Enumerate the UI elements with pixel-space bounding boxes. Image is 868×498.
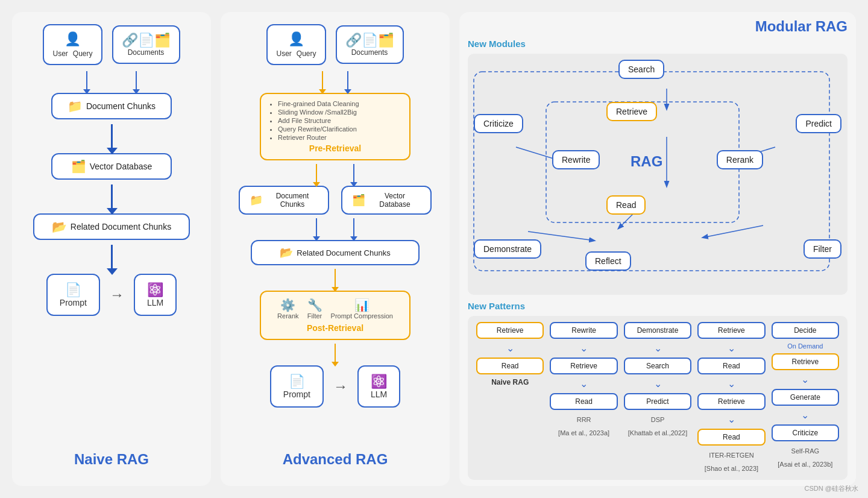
adv-arrow-blue-1 <box>347 71 348 89</box>
filter-label: Filter <box>307 312 322 320</box>
pattern-dsp-demonstrate: Demonstrate <box>624 322 691 339</box>
pattern-naive-retrieve: Retrieve <box>476 322 544 339</box>
pattern-iter: Retrieve ⌄ Read ⌄ Retrieve ⌄ Read ITER-R… <box>697 322 765 474</box>
pattern-rrr-read: Read <box>550 393 617 410</box>
search-node: Search <box>618 60 664 79</box>
pattern-selfrag-ondemand: On Demand <box>787 342 823 350</box>
adv-arrow-orange-2 <box>316 164 317 182</box>
advanced-flow: 👤 User Query 🔗📄🗂️ Documents <box>233 24 438 451</box>
pre-retrieval-item-1: Fine-grained Data Cleaning <box>278 100 401 107</box>
advanced-documents-label: Documents <box>345 48 394 57</box>
naive-doc-chunks-label: Document Chunks <box>86 101 156 111</box>
naive-prompt-box: 📄 Prompt <box>46 274 100 316</box>
pattern-rrr-label: RRR <box>577 416 591 423</box>
adv-llm-box: ⚛️ LLM <box>357 365 400 408</box>
naive-user-label: User <box>52 49 68 58</box>
naive-arrow-4 <box>111 245 113 269</box>
pre-retrieval-item-4: Query Rewrite/Clarification <box>278 125 401 133</box>
adv-vector-db: 🗂️ Vector Database <box>341 186 432 215</box>
compression-icon: 📊 <box>331 298 393 312</box>
pattern-naive-read: Read <box>476 358 544 374</box>
pattern-naive-label: Naive RAG <box>491 378 529 386</box>
patterns-area: Retrieve ⌄ Read Naive RAG Rewrite ⌄ Retr… <box>468 316 848 480</box>
pattern-dsp-arrow1: ⌄ <box>654 342 662 354</box>
pattern-iter-label: ITER-RETGEN <box>709 452 754 459</box>
pattern-dsp-arrow2: ⌄ <box>654 378 662 389</box>
adv-arrow-right: → <box>333 378 348 395</box>
new-modules-title: New Modules <box>468 39 848 49</box>
naive-rag-panel: 👤 User Query 🔗📄🗂️ Documents 📁 <box>12 12 211 486</box>
pre-retrieval-label: Pre-Retrieval <box>269 143 401 153</box>
pattern-selfrag-decide: Decide <box>772 322 839 339</box>
pattern-rrr-retrieve: Retrieve <box>550 358 617 374</box>
modules-area: Search Criticize Predict Retrieve Rewrit… <box>468 54 848 295</box>
adv-related-chunks-label: Related Document Chunks <box>297 248 390 257</box>
adv-arrow-3a <box>316 218 317 236</box>
pattern-iter-retrieve2: Retrieve <box>697 393 765 410</box>
documents-icons: 🔗📄🗂️ <box>122 33 171 48</box>
pre-retrieval-box: Fine-grained Data Cleaning Sliding Windo… <box>260 93 410 160</box>
svg-line-8 <box>528 232 594 241</box>
llm-icon: ⚛️ <box>147 282 163 298</box>
pattern-rrr: Rewrite ⌄ Retrieve ⌄ Read RRR [Ma et al.… <box>550 322 617 474</box>
rerank-node: Rerank <box>717 150 763 169</box>
adv-documents-icons: 🔗📄🗂️ <box>345 33 394 48</box>
rag-center: RAG <box>631 153 662 170</box>
pattern-selfrag-generate: Generate <box>772 389 839 406</box>
retrieve-node: Retrieve <box>606 102 657 121</box>
pattern-iter-arrow1: ⌄ <box>728 342 735 354</box>
pattern-rrr-cite: [Ma et al., 2023a] <box>558 429 609 437</box>
reflect-node: Reflect <box>585 251 631 271</box>
advanced-rag-panel: 👤 User Query 🔗📄🗂️ Documents <box>221 12 450 486</box>
predict-node: Predict <box>796 114 841 133</box>
filter-item: 🔧 Filter <box>307 298 322 320</box>
adv-arrow-blue-2 <box>353 164 354 182</box>
filter-icon: 🔧 <box>307 298 322 312</box>
modular-content: Modular RAG New Modules <box>459 12 856 486</box>
pattern-selfrag-arrow1: ⌄ <box>801 374 809 385</box>
adv-folder-icon: 📁 <box>250 194 263 207</box>
pattern-selfrag-criticize: Criticize <box>772 424 839 441</box>
rerank-item: ⚙️ Rerank <box>277 298 298 320</box>
advanced-documents-box: 🔗📄🗂️ Documents <box>336 25 404 64</box>
adv-llm-label: LLM <box>371 389 387 399</box>
rerank-icon: ⚙️ <box>277 298 298 312</box>
adv-prompt-label: Prompt <box>283 389 310 399</box>
naive-prompt-label: Prompt <box>60 298 87 307</box>
advanced-top-row: 👤 User Query 🔗📄🗂️ Documents <box>266 24 403 65</box>
pattern-selfrag-cite: [Asai et al., 2023b] <box>778 461 832 468</box>
naive-documents-box: 🔗📄🗂️ Documents <box>112 25 180 64</box>
naive-llm-box: ⚛️ LLM <box>134 274 177 316</box>
naive-related-chunks: 📂 Related Document Chunks <box>33 213 190 240</box>
pre-retrieval-list: Fine-grained Data Cleaning Sliding Windo… <box>269 100 401 141</box>
post-retrieval-label: Post-Retrieval <box>307 323 363 333</box>
pattern-dsp-search: Search <box>624 358 691 374</box>
naive-vector-db-label: Vector Database <box>90 162 153 171</box>
adv-llm-icon: ⚛️ <box>371 374 387 389</box>
naive-rag-title: Naive RAG <box>74 451 149 474</box>
naive-doc-chunks: 📁 Document Chunks <box>51 93 172 119</box>
adv-db-icon: 🗂️ <box>352 194 365 207</box>
pattern-naive: Retrieve ⌄ Read Naive RAG <box>476 322 544 474</box>
filter-node: Filter <box>804 239 841 259</box>
criticize-node: Criticize <box>474 114 523 133</box>
pattern-rrr-arrow2: ⌄ <box>580 378 588 389</box>
pattern-rrr-rewrite: Rewrite <box>550 322 617 339</box>
adv-arrow-orange-1 <box>322 71 323 89</box>
naive-arrow-right: → <box>110 286 124 303</box>
naive-llm-row: 📄 Prompt → ⚛️ LLM <box>46 274 177 316</box>
pattern-iter-retrieve1: Retrieve <box>697 322 765 339</box>
new-patterns-title: New Patterns <box>468 301 848 311</box>
adv-related-chunks: 📂 Related Document Chunks <box>251 240 420 265</box>
pattern-dsp-predict: Predict <box>624 393 691 410</box>
adv-db-row: 📁 Document Chunks 🗂️ Vector Database <box>239 186 432 215</box>
prompt-compression-item: 📊 Prompt Compression <box>331 298 393 320</box>
pattern-iter-read1: Read <box>697 358 765 374</box>
folder-icon: 📁 <box>68 99 83 113</box>
naive-arrow-1a <box>86 71 87 89</box>
post-retrieval-box: ⚙️ Rerank 🔧 Filter 📊 Prompt Compression … <box>260 291 410 340</box>
related-folder-icon: 📂 <box>52 219 67 234</box>
adv-arrow-5 <box>335 344 336 362</box>
adv-arrows-split <box>322 70 348 90</box>
naive-arrows-1 <box>86 70 137 90</box>
